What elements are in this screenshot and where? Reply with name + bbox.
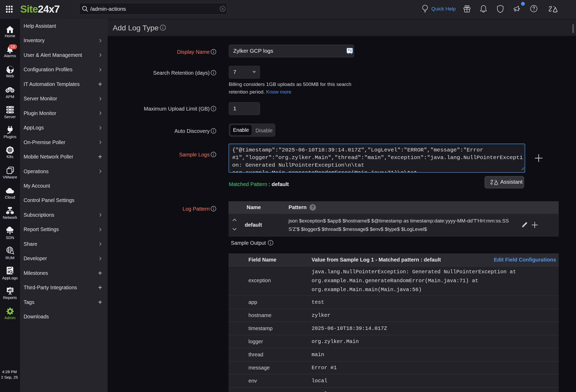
svg-text:*: * <box>348 48 350 53</box>
